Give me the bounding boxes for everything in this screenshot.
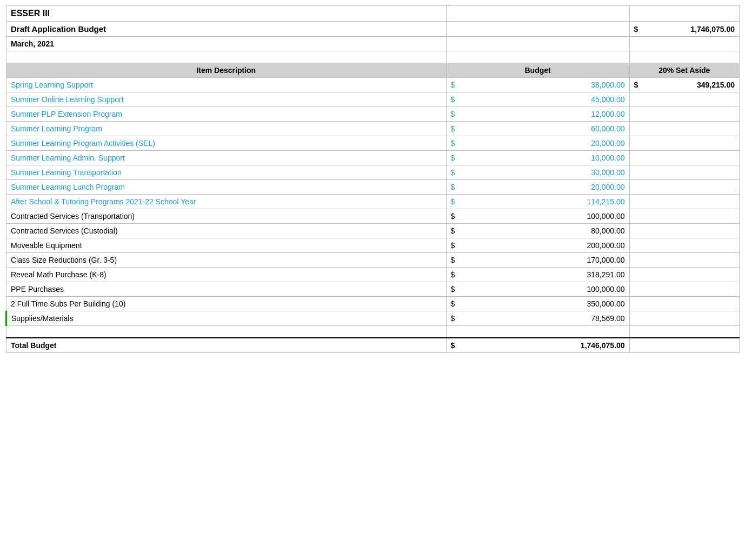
- pre-total-empty3: [629, 326, 739, 338]
- row-setaside: [629, 92, 739, 107]
- row-description: Summer Online Learning Support: [6, 92, 447, 107]
- row-description: Summer Learning Transportation: [6, 165, 447, 180]
- row-setaside: [629, 311, 739, 326]
- col-header-description: Item Description: [6, 63, 447, 78]
- budget-amount: 114,215.00: [458, 197, 624, 206]
- table-row: Contracted Services (Custodial)$80,000.0…: [6, 224, 740, 238]
- row-budget: $10,000.00: [446, 151, 629, 165]
- table-row: Summer PLP Extension Program$12,000.00: [6, 107, 740, 122]
- dollar-sign-icon: $: [451, 256, 455, 264]
- dollar-sign-icon: $: [451, 241, 455, 250]
- empty-row-1: [6, 51, 740, 63]
- empty-row-before-total: [6, 326, 740, 338]
- budget-amount: 200,000.00: [458, 241, 624, 250]
- dollar-sign-icon: $: [451, 183, 455, 191]
- column-header-row: Item Description Budget 20% Set Aside: [6, 63, 740, 78]
- row-setaside: [629, 297, 739, 311]
- dollar-sign-icon: $: [451, 226, 455, 235]
- total-budget-cell: $ 1,746,075.00: [446, 338, 629, 353]
- table-row: Summer Online Learning Support$45,000.00: [6, 92, 740, 107]
- table-row: Summer Learning Lunch Program$20,000.00: [6, 180, 740, 195]
- row-description: Summer Learning Admin. Support: [6, 151, 447, 165]
- row-setaside: [629, 151, 739, 165]
- table-row: Summer Learning Program$60,000.00: [6, 122, 740, 136]
- total-setaside-cell: [629, 338, 739, 353]
- row-budget: $30,000.00: [446, 165, 629, 180]
- table-row: Supplies/Materials$78,569.00: [6, 311, 740, 326]
- row-description: Reveal Math Purchase (K-8): [6, 268, 447, 282]
- row-setaside: [629, 136, 739, 151]
- budget-amount: 78,569.00: [458, 314, 624, 323]
- budget-amount: 170,000.00: [458, 256, 624, 264]
- budget-amount: 45,000.00: [458, 95, 624, 104]
- row-budget: $78,569.00: [446, 311, 629, 326]
- dollar-sign-icon: $: [451, 299, 455, 308]
- row-budget: $114,215.00: [446, 195, 629, 209]
- draft-total-amount: 1,746,075.00: [641, 25, 735, 34]
- budget-amount: 318,291.00: [458, 270, 624, 279]
- row-budget: $12,000.00: [446, 107, 629, 122]
- draft-dollar-sign: $: [634, 25, 638, 34]
- budget-table: ESSER III Draft Application Budget $ 1,7…: [5, 5, 740, 353]
- title-budget-cell: [446, 6, 629, 22]
- dollar-sign-icon: $: [451, 270, 455, 279]
- dollar-sign-icon: $: [451, 285, 455, 294]
- dollar-sign-icon: $: [451, 197, 455, 206]
- budget-amount: 350,000.00: [458, 299, 624, 308]
- empty3: [629, 51, 739, 63]
- dollar-sign-icon: $: [451, 314, 455, 323]
- dollar-sign-icon: $: [451, 154, 455, 162]
- table-row: Contracted Services (Transportation)$100…: [6, 209, 740, 224]
- budget-amount: 20,000.00: [458, 183, 624, 191]
- row-description: 2 Full Time Subs Per Building (10): [6, 297, 447, 311]
- empty1: [6, 51, 447, 63]
- empty2: [446, 51, 629, 63]
- dollar-sign-icon: $: [451, 81, 455, 89]
- table-row: Summer Learning Transportation$30,000.00: [6, 165, 740, 180]
- date-empty2: [629, 37, 739, 51]
- table-row: Spring Learning Support$38,000.00$349,21…: [6, 78, 740, 92]
- row-description: PPE Purchases: [6, 282, 447, 297]
- total-label: Total Budget: [6, 338, 447, 353]
- row-budget: $318,291.00: [446, 268, 629, 282]
- row-description: Summer Learning Program Activities (SEL): [6, 136, 447, 151]
- row-budget: $20,000.00: [446, 136, 629, 151]
- table-row: After School & Tutoring Programs 2021-22…: [6, 195, 740, 209]
- row-setaside: [629, 195, 739, 209]
- budget-amount: 10,000.00: [458, 154, 624, 162]
- col-header-setaside: 20% Set Aside: [629, 63, 739, 78]
- pre-total-empty2: [446, 326, 629, 338]
- budget-amount: 30,000.00: [458, 168, 624, 177]
- budget-amount: 100,000.00: [458, 212, 624, 221]
- row-description: Spring Learning Support: [6, 78, 447, 92]
- setaside-amount: 349,215.00: [641, 81, 735, 89]
- budget-amount: 12,000.00: [458, 110, 624, 118]
- budget-amount: 80,000.00: [458, 226, 624, 235]
- row-description: Class Size Reductions (Gr. 3-5): [6, 253, 447, 268]
- row-budget: $45,000.00: [446, 92, 629, 107]
- table-row: Class Size Reductions (Gr. 3-5)$170,000.…: [6, 253, 740, 268]
- row-budget: $60,000.00: [446, 122, 629, 136]
- row-budget: $170,000.00: [446, 253, 629, 268]
- table-row: Reveal Math Purchase (K-8)$318,291.00: [6, 268, 740, 282]
- row-setaside: [629, 268, 739, 282]
- row-budget: $80,000.00: [446, 224, 629, 238]
- row-setaside: [629, 107, 739, 122]
- draft-budget-empty: [446, 22, 629, 37]
- draft-budget-amount: $ 1,746,075.00: [629, 22, 739, 37]
- total-row: Total Budget $ 1,746,075.00: [6, 338, 740, 353]
- date-cell: March, 2021: [6, 37, 447, 51]
- esser-title: ESSER III: [6, 6, 447, 22]
- row-budget: $100,000.00: [446, 209, 629, 224]
- date-empty1: [446, 37, 629, 51]
- table-row: 2 Full Time Subs Per Building (10)$350,0…: [6, 297, 740, 311]
- row-setaside: [629, 180, 739, 195]
- row-budget: $350,000.00: [446, 297, 629, 311]
- row-budget: $38,000.00: [446, 78, 629, 92]
- row-description: Contracted Services (Transportation): [6, 209, 447, 224]
- row-description: After School & Tutoring Programs 2021-22…: [6, 195, 447, 209]
- pre-total-empty1: [6, 326, 447, 338]
- total-budget-amount: 1,746,075.00: [458, 341, 624, 350]
- row-description: Summer Learning Lunch Program: [6, 180, 447, 195]
- row-budget: $200,000.00: [446, 238, 629, 253]
